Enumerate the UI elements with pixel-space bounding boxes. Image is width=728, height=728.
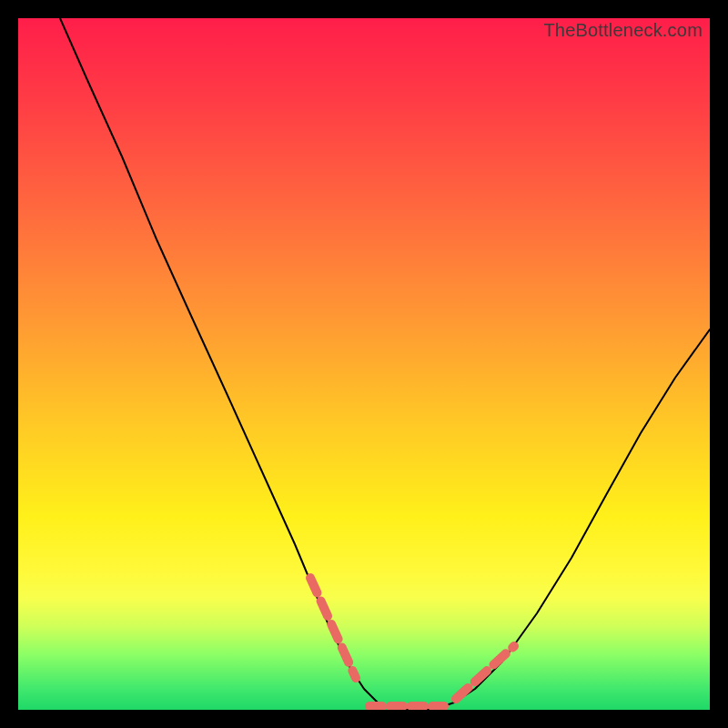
chart-frame: TheBottleneck.com (0, 0, 728, 728)
marker-right-dashes (456, 646, 514, 699)
plot-area: TheBottleneck.com (18, 18, 710, 710)
marker-left-dashes (310, 578, 356, 678)
bottleneck-curve (18, 18, 710, 710)
curve-path (60, 18, 710, 710)
